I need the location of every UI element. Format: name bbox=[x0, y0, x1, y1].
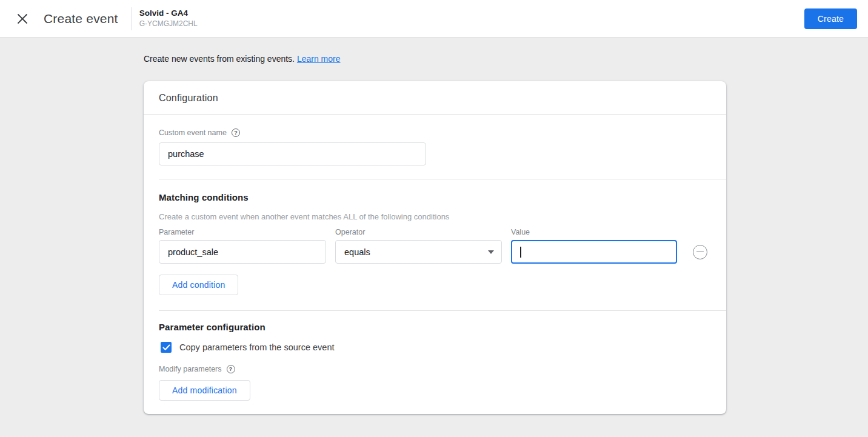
intro-text: Create new events from existing events. … bbox=[144, 54, 868, 64]
card-header: Configuration bbox=[144, 81, 726, 115]
add-modification-button[interactable]: Add modification bbox=[159, 380, 250, 401]
parameter-configuration-title: Parameter configuration bbox=[159, 322, 711, 332]
value-input[interactable] bbox=[511, 240, 677, 264]
text-caret bbox=[520, 247, 521, 258]
modify-parameters-label: Modify parameters ? bbox=[159, 365, 711, 373]
help-icon[interactable]: ? bbox=[227, 365, 235, 373]
matching-conditions-title: Matching conditions bbox=[159, 192, 711, 202]
page-title: Create event bbox=[44, 12, 118, 26]
learn-more-link[interactable]: Learn more bbox=[297, 54, 341, 64]
parameter-input[interactable] bbox=[159, 240, 326, 264]
card-title: Configuration bbox=[159, 93, 711, 104]
intro-sentence: Create new events from existing events. bbox=[144, 54, 295, 64]
chevron-down-icon bbox=[488, 250, 494, 254]
copy-parameters-checkbox[interactable] bbox=[161, 342, 172, 353]
matching-conditions-section: Matching conditions Create a custom even… bbox=[144, 179, 726, 310]
header-divider bbox=[132, 7, 132, 30]
custom-event-section: Custom event name ? bbox=[144, 115, 726, 179]
operator-column-label: Operator bbox=[335, 228, 502, 236]
matching-conditions-description: Create a custom event when another event… bbox=[159, 212, 711, 221]
custom-event-name-input[interactable] bbox=[159, 142, 426, 165]
condition-column-labels: Parameter Operator Value bbox=[159, 228, 711, 236]
parameter-column-label: Parameter bbox=[159, 228, 326, 236]
main-content: Create new events from existing events. … bbox=[0, 54, 868, 414]
operator-select[interactable]: equals bbox=[335, 240, 502, 264]
property-selector: Solvid - GA4 G-YCMGJM2CHL bbox=[139, 8, 198, 29]
create-button[interactable]: Create bbox=[804, 8, 857, 29]
operator-selected-value: equals bbox=[344, 247, 370, 257]
copy-parameters-row: Copy parameters from the source event bbox=[159, 342, 711, 353]
remove-condition-icon[interactable] bbox=[693, 245, 707, 259]
configuration-card: Configuration Custom event name ? Matchi… bbox=[144, 81, 726, 414]
help-icon[interactable]: ? bbox=[232, 128, 240, 137]
value-column-label: Value bbox=[511, 228, 677, 236]
property-id: G-YCMGJM2CHL bbox=[139, 19, 198, 28]
top-bar: Create event Solvid - GA4 G-YCMGJM2CHL C… bbox=[0, 0, 868, 38]
parameter-configuration-section: Parameter configuration Copy parameters … bbox=[144, 311, 726, 414]
add-condition-button[interactable]: Add condition bbox=[159, 275, 238, 295]
property-name: Solvid - GA4 bbox=[139, 8, 198, 19]
close-icon[interactable] bbox=[15, 11, 30, 27]
custom-event-name-label: Custom event name ? bbox=[159, 128, 711, 137]
copy-parameters-label: Copy parameters from the source event bbox=[179, 342, 334, 352]
condition-row: equals bbox=[159, 240, 711, 264]
